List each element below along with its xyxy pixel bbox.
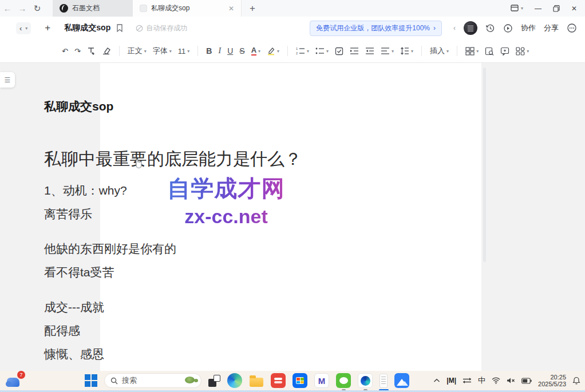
formatting-toolbar: ↶ ↷ 正文 ▾ 字体 ▾ 11 ▾ B I U S A ▾ ▾ bbox=[0, 39, 585, 63]
new-document-button[interactable]: + bbox=[45, 22, 50, 34]
strikethrough-button[interactable]: S bbox=[239, 46, 244, 56]
font-size-dropdown[interactable]: 11 ▾ bbox=[178, 47, 190, 56]
document-content[interactable]: 私聊成交sop 私聊中最重要的底层能力是什么？ 1、动机：why? 离苦得乐 他… bbox=[44, 98, 353, 366]
format-painter-button[interactable] bbox=[87, 47, 96, 56]
taskbar-app-file-explorer[interactable] bbox=[249, 373, 264, 388]
browser-tab-document[interactable]: 私聊成交sop ✕ bbox=[133, 0, 242, 17]
browser-layout-menu[interactable]: ▾ bbox=[511, 5, 523, 12]
enterprise-trial-banner[interactable]: 免费试用企业版，团队效率提升100% › bbox=[310, 21, 442, 36]
italic-button[interactable]: I bbox=[218, 46, 221, 56]
comment-button[interactable] bbox=[500, 47, 509, 56]
chevron-down-icon: ▾ bbox=[521, 6, 523, 11]
battery-icon[interactable] bbox=[521, 378, 532, 384]
font-family-value: 字体 bbox=[153, 46, 168, 56]
taskbar-app-netdisk[interactable] bbox=[394, 373, 409, 388]
paragraph-style-value: 正文 bbox=[128, 46, 143, 56]
present-button[interactable] bbox=[503, 23, 513, 33]
taskbar-clock[interactable]: 20:25 2025/5/23 bbox=[538, 374, 566, 388]
back-chevron-icon: ‹ bbox=[19, 24, 22, 33]
paragraph-style-dropdown[interactable]: 正文 ▾ bbox=[128, 46, 147, 56]
notification-badge: 7 bbox=[17, 371, 25, 379]
bold-button[interactable]: B bbox=[206, 46, 212, 56]
browser-tab-shimo[interactable]: 石墨文档 bbox=[53, 0, 133, 17]
insert-dropdown[interactable]: 插入 ▾ bbox=[430, 46, 449, 56]
collaborate-button[interactable]: 协作 bbox=[521, 23, 536, 33]
wifi-icon[interactable] bbox=[492, 377, 500, 384]
taskbar-app-quark[interactable] bbox=[358, 373, 373, 388]
minimize-button[interactable]: — bbox=[535, 5, 541, 13]
taskbar-app-wechat[interactable] bbox=[336, 373, 351, 388]
window-layout-icon bbox=[511, 5, 519, 12]
underline-button[interactable]: U bbox=[227, 46, 233, 56]
clear-format-button[interactable] bbox=[102, 47, 111, 55]
table-dropdown[interactable]: ▾ bbox=[465, 47, 479, 56]
doc-line: 成交---成就 bbox=[44, 295, 353, 319]
doc-line: 他缺的东西刚好是你有的 bbox=[44, 237, 353, 260]
alignment-dropdown[interactable]: ▾ bbox=[381, 47, 394, 55]
divider bbox=[119, 46, 120, 56]
browser-forward-icon[interactable]: → bbox=[15, 3, 30, 13]
font-color-dropdown[interactable]: A ▾ bbox=[251, 46, 260, 56]
font-family-dropdown[interactable]: 字体 ▾ bbox=[153, 46, 172, 56]
banner-text: 免费试用企业版，团队效率提升100% bbox=[316, 23, 430, 33]
line-spacing-dropdown[interactable]: ▾ bbox=[400, 47, 413, 55]
new-tab-button[interactable]: + bbox=[250, 3, 255, 14]
close-tab-icon[interactable]: ✕ bbox=[228, 5, 234, 13]
browser-reload-icon[interactable]: ↻ bbox=[30, 3, 45, 14]
more-menu-button[interactable] bbox=[567, 23, 577, 33]
share-button[interactable]: 分享 bbox=[544, 23, 559, 33]
tray-chevron-up-icon[interactable] bbox=[433, 378, 440, 383]
taskbar-app-edge[interactable] bbox=[227, 373, 242, 388]
doc-heading: 私聊中最重要的底层能力是什么？ bbox=[44, 146, 353, 172]
svg-text:2: 2 bbox=[296, 52, 298, 55]
task-list-button[interactable] bbox=[335, 47, 343, 56]
redo-button[interactable]: ↷ bbox=[74, 47, 81, 56]
window-controls: ▾ — ✕ bbox=[511, 5, 585, 13]
task-view-button[interactable] bbox=[208, 375, 220, 387]
hamburger-icon: ☰ bbox=[5, 76, 11, 84]
taskbar-pinned-app[interactable]: 7 bbox=[7, 373, 23, 388]
font-color-letter: A bbox=[251, 46, 256, 56]
restore-button[interactable] bbox=[553, 5, 560, 12]
chevron-down-icon: ▾ bbox=[277, 49, 279, 54]
bulleted-list-dropdown[interactable]: ▾ bbox=[315, 47, 329, 55]
scrollbar[interactable] bbox=[483, 68, 486, 262]
arrange-dropdown[interactable]: ▾ bbox=[516, 47, 529, 56]
indent-increase-button[interactable] bbox=[350, 47, 359, 55]
undo-button[interactable]: ↶ bbox=[62, 47, 68, 56]
indent-decrease-button[interactable] bbox=[365, 47, 374, 55]
taskbar-app-marktext[interactable]: M bbox=[314, 373, 329, 388]
doc-line: 看不得ta受苦 bbox=[44, 260, 353, 284]
close-window-button[interactable]: ✕ bbox=[571, 5, 577, 13]
chevron-down-icon: ▾ bbox=[527, 49, 529, 54]
bookmark-icon[interactable] bbox=[116, 24, 123, 32]
ime-indicator[interactable]: 中 bbox=[478, 375, 485, 386]
taskbar-app-document-active[interactable] bbox=[380, 374, 388, 388]
numbered-list-dropdown[interactable]: 12 ▾ bbox=[296, 47, 309, 55]
doc-line: 1、动机：why? bbox=[44, 179, 353, 202]
collapse-chevron-icon[interactable]: ‹ bbox=[453, 24, 456, 32]
avatar[interactable] bbox=[464, 21, 477, 35]
start-button[interactable] bbox=[85, 374, 97, 387]
volume-muted-icon[interactable] bbox=[507, 377, 515, 384]
taskbar-app-appgallery[interactable] bbox=[271, 373, 286, 388]
taskbar-search[interactable]: 搜索 bbox=[104, 373, 201, 388]
tab-title: 私聊成交sop bbox=[151, 3, 189, 13]
chevron-down-icon: ▾ bbox=[392, 49, 394, 54]
find-replace-button[interactable] bbox=[485, 47, 494, 56]
chevron-down-icon: ▾ bbox=[25, 26, 27, 31]
header-actions: 免费试用企业版，团队效率提升100% › ‹ 协作 分享 bbox=[310, 21, 577, 36]
browser-back-icon[interactable]: ← bbox=[0, 3, 15, 13]
tray-marktext-icon[interactable]: |M| bbox=[446, 377, 456, 385]
chevron-right-icon: › bbox=[433, 24, 436, 32]
notification-bell-icon[interactable] bbox=[572, 377, 580, 385]
highlight-color-dropdown[interactable]: ▾ bbox=[267, 47, 279, 56]
tray-mixer-icon[interactable] bbox=[463, 377, 472, 384]
document-favicon bbox=[140, 5, 147, 12]
taskbar-app-store[interactable] bbox=[292, 373, 307, 388]
history-button[interactable] bbox=[485, 23, 495, 33]
outline-toggle-button[interactable]: ☰ bbox=[0, 72, 15, 88]
back-split-button[interactable]: ‹ ▾ bbox=[16, 22, 31, 34]
chevron-down-icon: ▾ bbox=[307, 49, 309, 54]
taskbar: 7 搜索 M bbox=[0, 371, 585, 390]
